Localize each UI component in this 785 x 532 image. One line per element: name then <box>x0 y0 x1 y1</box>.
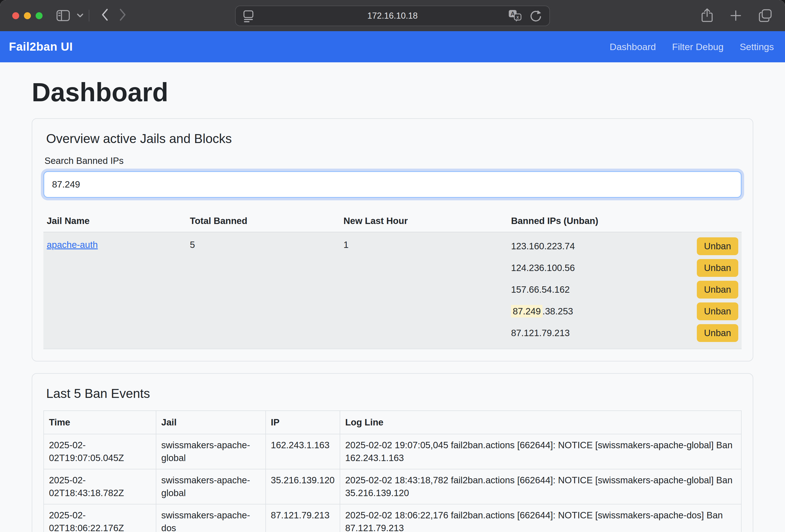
search-banned-ips-label: Search Banned IPs <box>45 155 742 166</box>
event-ip: 87.121.79.213 <box>265 504 340 532</box>
event-log: 2025-02-02 19:07:05,045 fail2ban.actions… <box>340 434 741 469</box>
jail-name-link[interactable]: apache-auth <box>47 239 98 250</box>
event-time: 2025-02-02T19:07:05.045Z <box>44 434 156 469</box>
banned-ip: 87.121.79.213 <box>511 328 570 338</box>
address-bar[interactable]: 172.16.10.18 A x <box>235 5 550 26</box>
new-tab-icon[interactable] <box>729 9 742 22</box>
browser-toolbar: 172.16.10.18 A x <box>0 0 785 31</box>
events-header-jail: Jail <box>156 411 265 434</box>
forward-icon[interactable] <box>119 8 127 22</box>
banned-ip: 87.249.38.253 <box>511 306 573 316</box>
page-settings-icon[interactable] <box>243 9 254 23</box>
browser-window: 172.16.10.18 A x <box>0 0 785 532</box>
sidebar-icon[interactable] <box>56 9 70 22</box>
search-banned-ips-input[interactable] <box>43 171 742 198</box>
zoom-window-button[interactable] <box>35 12 43 19</box>
jails-header-banned-ips: Banned IPs (Unban) <box>508 210 742 232</box>
unban-button[interactable]: Unban <box>697 259 738 277</box>
jails-header-new-last-hour: New Last Hour <box>340 210 508 232</box>
url-text: 172.16.10.18 <box>236 11 549 21</box>
unban-button[interactable]: Unban <box>697 324 738 342</box>
events-card: Last 5 Ban Events Time Jail IP Log Line … <box>32 373 753 532</box>
event-log: 2025-02-02 18:43:18,782 fail2ban.actions… <box>340 469 741 504</box>
event-jail: swissmakers-apache-global <box>156 434 265 469</box>
jail-row: apache-auth 5 1 123.160.223.74 Unban 124… <box>43 232 742 349</box>
nav-link-filter-debug[interactable]: Filter Debug <box>672 42 724 52</box>
nav-links: Dashboard Filter Debug Settings <box>610 42 776 52</box>
event-jail: swissmakers-apache-dos <box>156 504 265 532</box>
search-match-highlight: 87.249 <box>511 305 542 318</box>
event-row: 2025-02-02T18:43:18.782Z swissmakers-apa… <box>44 469 741 504</box>
unban-button[interactable]: Unban <box>697 237 738 255</box>
window-controls <box>12 12 43 19</box>
chevron-down-icon[interactable] <box>76 13 84 18</box>
banned-ip-row: 157.66.54.162 Unban <box>511 280 738 300</box>
events-header-log-line: Log Line <box>340 411 741 434</box>
event-jail: swissmakers-apache-global <box>156 469 265 504</box>
banned-ip-row: 87.249.38.253 Unban <box>511 301 738 321</box>
share-icon[interactable] <box>701 8 713 23</box>
jail-total-banned: 5 <box>187 232 340 349</box>
events-table-body: 2025-02-02T19:07:05.045Z swissmakers-apa… <box>44 434 741 532</box>
events-header-time: Time <box>44 411 156 434</box>
event-time: 2025-02-02T18:06:22.176Z <box>44 504 156 532</box>
event-ip: 35.216.139.120 <box>265 469 340 504</box>
svg-text:x: x <box>516 15 519 20</box>
app-navbar: Fail2ban UI Dashboard Filter Debug Setti… <box>0 31 785 62</box>
banned-ip-row: 124.236.100.56 Unban <box>511 258 738 278</box>
event-row: 2025-02-02T18:06:22.176Z swissmakers-apa… <box>44 504 741 532</box>
minimize-window-button[interactable] <box>24 12 31 19</box>
translate-icon[interactable]: A x <box>508 9 522 23</box>
events-table: Time Jail IP Log Line 2025-02-02T19:07:0… <box>43 410 742 532</box>
jails-header-jail-name: Jail Name <box>43 210 187 232</box>
page-title: Dashboard <box>32 78 753 106</box>
event-time: 2025-02-02T18:43:18.782Z <box>44 469 156 504</box>
app-brand[interactable]: Fail2ban UI <box>9 40 73 53</box>
banned-ip: 157.66.54.162 <box>511 284 570 295</box>
toolbar-divider <box>89 10 89 21</box>
close-window-button[interactable] <box>12 12 19 19</box>
jail-new-last-hour: 1 <box>340 232 508 349</box>
event-ip: 162.243.1.163 <box>265 434 340 469</box>
banned-ip: 124.236.100.56 <box>511 263 575 273</box>
page-content: Dashboard Overview active Jails and Bloc… <box>0 78 785 532</box>
banned-ip-row: 87.121.79.213 Unban <box>511 323 738 343</box>
unban-button[interactable]: Unban <box>697 281 738 299</box>
event-row: 2025-02-02T19:07:05.045Z swissmakers-apa… <box>44 434 741 469</box>
events-card-title: Last 5 Ban Events <box>46 386 742 401</box>
event-log: 2025-02-02 18:06:22,176 fail2ban.actions… <box>340 504 741 532</box>
back-icon[interactable] <box>100 8 109 22</box>
events-header-ip: IP <box>265 411 340 434</box>
tabs-overview-icon[interactable] <box>758 9 773 23</box>
nav-link-settings[interactable]: Settings <box>740 42 774 52</box>
jails-header-total-banned: Total Banned <box>187 210 340 232</box>
reload-icon[interactable] <box>529 9 542 23</box>
banned-ip: 123.160.223.74 <box>511 241 575 252</box>
overview-card: Overview active Jails and Blocks Search … <box>32 118 753 361</box>
unban-button[interactable]: Unban <box>697 302 738 320</box>
banned-ip-row: 123.160.223.74 Unban <box>511 236 738 256</box>
overview-card-title: Overview active Jails and Blocks <box>46 131 742 146</box>
nav-link-dashboard[interactable]: Dashboard <box>610 42 656 52</box>
banned-ips-list: 123.160.223.74 Unban 124.236.100.56 Unba… <box>511 236 738 343</box>
jails-table: Jail Name Total Banned New Last Hour Ban… <box>43 210 742 349</box>
